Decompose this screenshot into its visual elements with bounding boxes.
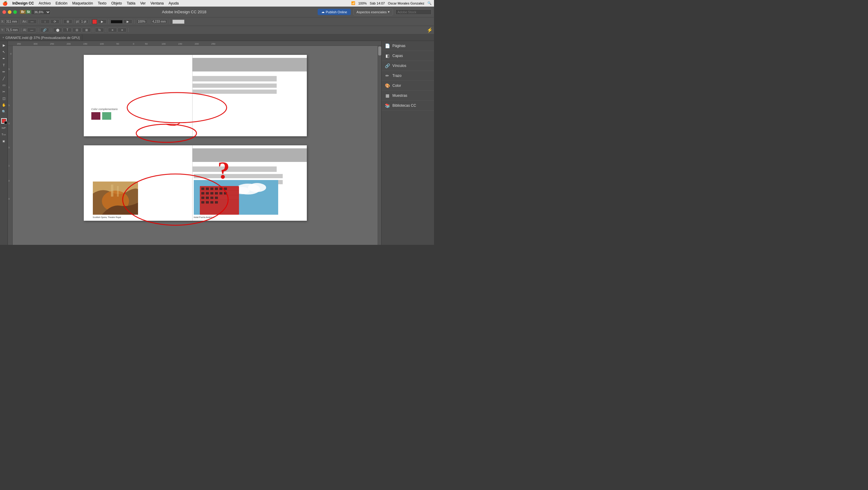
menu-ventana[interactable]: Ventana xyxy=(150,1,164,5)
align-right-btn[interactable]: ≡ xyxy=(108,28,117,32)
stroke-value[interactable]: 1 pt xyxy=(79,19,88,24)
align-btn[interactable]: ⊞ xyxy=(63,19,72,24)
document-tab[interactable]: × GRANATE.indd @ 37% [Previsualización d… xyxy=(0,34,82,41)
panel-pages[interactable]: 📄 Páginas xyxy=(381,41,434,51)
publish-online-button[interactable]: ☁ Publish Online xyxy=(318,9,351,15)
svg-text:350: 350 xyxy=(17,42,21,45)
text-frame-tool[interactable]: T▭ xyxy=(1,132,7,138)
pencil-tool[interactable]: ✏ xyxy=(1,69,7,75)
text-flow-btn[interactable]: ⬤ xyxy=(53,28,62,32)
lightning-btn[interactable]: ⚡ xyxy=(427,27,433,33)
panel-color[interactable]: 🎨 Color xyxy=(381,81,434,91)
frame-tool[interactable]: ▣ xyxy=(1,138,7,144)
menu-archivo[interactable]: Archivo xyxy=(38,1,51,5)
fill-color[interactable] xyxy=(92,19,97,24)
rotate-btn[interactable]: ⟳ xyxy=(50,19,59,24)
hand-tool[interactable]: ✋ xyxy=(1,102,7,108)
color-preview xyxy=(173,20,184,24)
adobe-stock-search[interactable] xyxy=(396,9,432,15)
main-area: ▶ ↖ ✒ T ✏ ╱ ▭ ✂ ◫ ✋ 🔍 N/P T▭ ▣ 350 300 2… xyxy=(0,41,434,245)
text-flow3-btn[interactable]: ⊟ xyxy=(72,28,82,32)
select-tool[interactable]: ▶ xyxy=(1,42,7,48)
traffic-lights xyxy=(2,10,17,14)
w-value[interactable]: — xyxy=(28,19,37,24)
menu-indesign[interactable]: InDesign CC xyxy=(12,1,34,5)
dim-value[interactable]: 4,233 mm xyxy=(151,19,167,24)
search-icon[interactable]: 🔍 xyxy=(427,1,432,5)
y-value[interactable]: 71,5 mm xyxy=(4,28,19,32)
trazo-icon: ✏ xyxy=(384,73,390,78)
right-scrollbar[interactable] xyxy=(378,46,381,245)
maximize-button[interactable] xyxy=(13,10,17,14)
scrollbar-thumb[interactable] xyxy=(378,47,381,56)
stroke-arrow[interactable]: ▶ xyxy=(123,19,132,24)
zoom-select[interactable]: 36,6% xyxy=(31,9,51,15)
canvas-scroll[interactable]: Color complementario xyxy=(13,46,378,245)
apple-icon[interactable]: 🍎 xyxy=(2,1,7,6)
publish-icon: ☁ xyxy=(321,10,324,14)
tab-close-icon[interactable]: × xyxy=(2,36,4,39)
zoom-tool[interactable]: 🔍 xyxy=(1,109,7,115)
menu-texto[interactable]: Texto xyxy=(98,1,106,5)
menu-ver[interactable]: Ver xyxy=(140,1,146,5)
tab-title: GRANATE.indd @ 37% [Previsualización de … xyxy=(5,36,80,39)
properties-bar: X: 311 mm An: — ↕ ⟳ ⊞ pt 1 pt ▶ ▶ 100% 4… xyxy=(0,18,434,26)
gradient-tool[interactable]: ◫ xyxy=(1,95,7,101)
coord-group-h: Al: — xyxy=(23,28,38,32)
stroke-color-swatch[interactable] xyxy=(111,20,123,24)
bridge-badge[interactable]: Br xyxy=(20,10,26,14)
color-arrow[interactable]: ▶ xyxy=(98,19,107,24)
menu-maquetacion[interactable]: Maquetación xyxy=(72,1,93,5)
svg-rect-49 xyxy=(210,197,213,199)
opacity-value[interactable]: 100% xyxy=(136,19,147,24)
coord-group-x: X: 311 mm xyxy=(1,19,21,24)
publish-label: Publish Online xyxy=(326,10,347,14)
svg-text:100: 100 xyxy=(100,42,104,45)
menu-edicion[interactable]: Edición xyxy=(56,1,67,5)
direct-select-tool[interactable]: ↖ xyxy=(1,49,7,55)
swatch-green xyxy=(102,112,111,120)
svg-text:50: 50 xyxy=(116,42,119,45)
panel-vinculos[interactable]: 🔗 Vínculos xyxy=(381,61,434,71)
panel-muestras[interactable]: ▦ Muestras xyxy=(381,91,434,101)
mac-menubar-right: 📶 100% Sáb 14:07 Oscar Morales Gonzalez … xyxy=(351,1,432,5)
stroke-color-group: ▶ xyxy=(111,19,134,24)
menu-tabla[interactable]: Tabla xyxy=(127,1,135,5)
close-button[interactable] xyxy=(2,10,6,14)
svg-text:0: 0 xyxy=(10,53,11,55)
dim-group: 4,233 mm xyxy=(151,19,169,24)
page-upper: Color complementario xyxy=(84,55,307,136)
line-tool[interactable]: ╱ xyxy=(1,76,7,81)
menu-ayuda[interactable]: Ayuda xyxy=(168,1,179,5)
fx-btn[interactable]: fx xyxy=(95,28,104,32)
text-flow4-btn[interactable]: ⊞ xyxy=(82,28,91,32)
menu-objeto[interactable]: Objeto xyxy=(111,1,122,5)
panel-trazo[interactable]: ✏ Trazo xyxy=(381,71,434,81)
chain-btn-group: 🔗 xyxy=(40,28,51,32)
transform-btn[interactable]: ↕ xyxy=(41,19,50,24)
pen-tool[interactable]: ✒ xyxy=(1,56,7,61)
swatch-garnet xyxy=(91,112,100,120)
panel-bibliotecas[interactable]: 📚 Bibliotecas CC xyxy=(381,101,434,111)
right-panel: 📄 Páginas ◧ Capas 🔗 Vínculos ✏ Trazo 🎨 C… xyxy=(381,41,434,245)
preview-toggle[interactable]: N/P xyxy=(1,125,7,131)
stock-badge[interactable]: St xyxy=(26,10,31,14)
chain-btn[interactable]: 🔗 xyxy=(40,28,49,32)
fill-stroke-indicator[interactable] xyxy=(1,118,7,124)
scissors-tool[interactable]: ✂ xyxy=(1,89,7,95)
text-flow2-btn[interactable]: T xyxy=(63,28,72,32)
shape-tool[interactable]: ▭ xyxy=(1,82,7,88)
aspects-button[interactable]: Aspectos esenciales ▾ xyxy=(353,8,393,16)
svg-text:100: 100 xyxy=(161,42,166,45)
aspects-label: Aspectos esenciales xyxy=(356,10,387,14)
minimize-button[interactable] xyxy=(8,10,11,14)
panel-capas[interactable]: ◧ Capas xyxy=(381,51,434,61)
svg-text:300: 300 xyxy=(33,42,38,45)
app-title: Adobe InDesign CC 2018 xyxy=(51,10,318,14)
type-tool[interactable]: T xyxy=(1,62,7,68)
img-hotel xyxy=(194,180,304,215)
x-value[interactable]: 311 mm xyxy=(4,19,19,24)
align-right2-btn[interactable]: ≡ xyxy=(118,28,127,32)
h-value[interactable]: — xyxy=(27,28,36,32)
capas-icon: ◧ xyxy=(384,53,390,58)
